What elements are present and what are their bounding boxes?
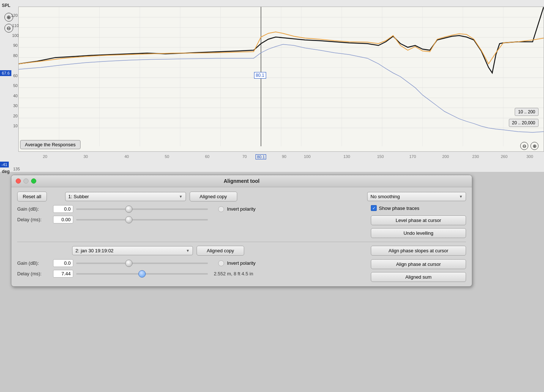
channel1-delay-row: Delay (ms): 0.00 (17, 216, 360, 223)
y-tick-50: 50 (13, 83, 18, 88)
x-tick-70: 70 (242, 154, 247, 159)
panel-title: Alignment tool (224, 178, 260, 184)
reset-all-button[interactable]: Reset all (17, 192, 47, 201)
channel1-gain-row: Gain (dB): 0.0 Invert polarity (17, 205, 360, 213)
y-tick-100: 100 (12, 33, 19, 38)
show-phase-label: Show phase traces (379, 206, 420, 211)
maximize-button[interactable] (31, 178, 36, 184)
delay-label-1: Delay (ms): (17, 217, 50, 222)
channel2-select[interactable]: 2: jan 30 19:19:02 ▼ (72, 246, 193, 255)
channel2-delay-row: Delay (ms): 7.44 2.552 m, 8 ft 4.5 in (17, 270, 360, 278)
x-tick-260: 260 (501, 154, 507, 159)
minimize-button[interactable] (23, 178, 29, 184)
channel2-select-arrow: ▼ (186, 249, 190, 253)
x-tick-170: 170 (409, 154, 416, 159)
channel1-select-arrow: ▼ (179, 195, 183, 199)
level-phase-button[interactable]: Level phase at cursor (371, 215, 466, 225)
smoothing-select[interactable]: No smoothing ▼ (367, 192, 466, 201)
x-tick-200: 200 (442, 154, 449, 159)
align-phase-button[interactable]: Align phase at cursor (371, 259, 466, 269)
chart-svg (19, 7, 544, 146)
invert-polarity-2-radio[interactable] (218, 260, 224, 266)
delay-value-2[interactable]: 7.44 (53, 270, 73, 278)
show-phase-checkbox-wrap[interactable]: ✓ Show phase traces (371, 205, 466, 211)
gain-value-2[interactable]: 0.0 (53, 259, 73, 267)
y-tick-80: 80 (13, 53, 18, 58)
invert-polarity-1-radio[interactable] (218, 206, 224, 212)
gain-value-1[interactable]: 0.0 (53, 205, 73, 213)
show-phase-checkbox[interactable]: ✓ (371, 205, 377, 211)
x-tick-20: 20 (43, 154, 47, 159)
cursor-value-badge: 80.1 (254, 72, 266, 79)
delay-distance-2: 2.552 m, 8 ft 4.5 in (214, 271, 253, 276)
x-tick-80: 80.1 (256, 154, 266, 159)
invert-polarity-2-label: Invert polarity (227, 260, 256, 266)
level-marker-neg41: -41 (0, 162, 9, 167)
channel1-select[interactable]: 1: Subber ▼ (65, 192, 186, 201)
x-tick-50: 50 (165, 154, 169, 159)
freq-range-2-button[interactable]: 20 .. 20,000 (509, 119, 539, 127)
delay-value-1[interactable]: 0.00 (53, 216, 73, 223)
y-tick-90: 90 (13, 43, 18, 48)
close-button[interactable] (16, 178, 21, 184)
zoom-in-icon[interactable]: ⊕ (4, 13, 13, 22)
panel-body: Reset all 1: Subber ▼ Aligned copy No sm… (11, 187, 472, 286)
y-tick-60: 60 (13, 74, 18, 78)
y-tick-10: 10 (13, 124, 18, 128)
x-tick-100: 100 (304, 154, 310, 159)
gain-slider-1[interactable] (76, 208, 208, 210)
channel1-header-row: Reset all 1: Subber ▼ Aligned copy No sm… (17, 192, 466, 201)
panel-titlebar: Alignment tool (11, 175, 472, 187)
x-tick-150: 150 (377, 154, 384, 159)
x-tick-230: 230 (472, 154, 479, 159)
channel1-aligned-copy-button[interactable]: Aligned copy (190, 192, 237, 201)
y-tick-30: 30 (13, 103, 18, 108)
x-axis-row: 20 30 40 50 60 70 80.1 90 100 130 150 17… (18, 154, 544, 162)
x-tick-40: 40 (124, 154, 129, 159)
invert-polarity-1-label: Invert polarity (227, 206, 256, 212)
alignment-panel: Alignment tool Reset all 1: Subber ▼ Ali… (11, 175, 472, 287)
y-tick-20: 20 (13, 114, 18, 118)
gain-label-2: Gain (dB): (17, 260, 50, 266)
undo-levelling-button[interactable]: Undo levelling (371, 228, 466, 238)
x-tick-90: 90 (282, 154, 286, 159)
x-tick-300: 300 (526, 154, 533, 159)
section-divider (17, 242, 466, 242)
aligned-sum-button[interactable]: Aligned sum (371, 272, 466, 282)
y-tick-40: 40 (13, 94, 18, 98)
traffic-lights (16, 178, 36, 184)
zoom-in-bottom-icon[interactable]: ⊕ (530, 142, 539, 150)
gain-slider-2[interactable] (76, 263, 208, 264)
level-marker: 67.6 (0, 70, 11, 76)
deg-label: deg (2, 169, 10, 174)
channel2-header-row: 2: jan 30 19:19:02 ▼ Aligned copy Align … (17, 246, 466, 256)
freq-range-1-button[interactable]: 10 .. 200 (515, 108, 539, 116)
delay-label-2: Delay (ms): (17, 271, 50, 276)
channel2-aligned-copy-button[interactable]: Aligned copy (197, 246, 244, 256)
zoom-out-icon[interactable]: ⊖ (4, 24, 13, 33)
smoothing-select-arrow: ▼ (459, 195, 463, 199)
channel2-gain-row: Gain (dB): 0.0 Invert polarity (17, 259, 360, 267)
zoom-out-bottom-icon[interactable]: ⊖ (520, 142, 528, 150)
align-slopes-button[interactable]: Align phase slopes at cursor (371, 246, 466, 256)
x-tick-30: 30 (83, 154, 88, 159)
x-tick-60: 60 (205, 154, 209, 159)
y-axis-label: SPL (2, 3, 10, 8)
chart-container: SPL ⊕ ⊖ SPL ▼ 67.6 (0, 0, 544, 172)
delay-slider-2[interactable] (76, 273, 208, 275)
delay-slider-1[interactable] (76, 219, 208, 220)
average-responses-button[interactable]: Average the Responses (20, 140, 81, 149)
gain-label-1: Gain (dB): (17, 206, 50, 212)
deg-tick-135: 135 (13, 167, 20, 171)
main-chart-area: 80.1 (18, 7, 544, 152)
x-tick-130: 130 (343, 154, 350, 159)
